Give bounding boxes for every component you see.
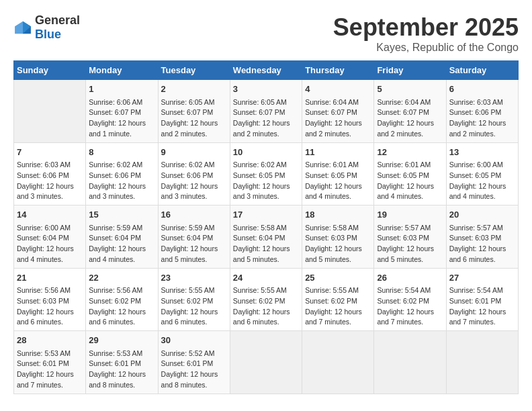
header-day-sunday: Sunday xyxy=(14,61,86,80)
day-info: Sunrise: 6:05 AM Sunset: 6:07 PM Dayligh… xyxy=(233,97,299,140)
day-number: 6 xyxy=(449,83,515,96)
day-cell: 17Sunrise: 5:58 AM Sunset: 6:04 PM Dayli… xyxy=(230,205,302,269)
day-number: 7 xyxy=(17,146,83,159)
day-info: Sunrise: 5:53 AM Sunset: 6:01 PM Dayligh… xyxy=(89,349,154,391)
day-number: 12 xyxy=(377,146,443,159)
day-number: 11 xyxy=(305,146,371,159)
day-cell: 27Sunrise: 5:54 AM Sunset: 6:01 PM Dayli… xyxy=(446,268,518,331)
day-info: Sunrise: 6:03 AM Sunset: 6:06 PM Dayligh… xyxy=(17,160,83,202)
day-cell: 3Sunrise: 6:05 AM Sunset: 6:07 PM Daylig… xyxy=(230,80,302,143)
week-row-2: 7Sunrise: 6:03 AM Sunset: 6:06 PM Daylig… xyxy=(14,142,519,205)
day-cell: 7Sunrise: 6:03 AM Sunset: 6:06 PM Daylig… xyxy=(14,142,86,205)
logo-blue: Blue xyxy=(35,28,61,41)
week-row-3: 14Sunrise: 6:00 AM Sunset: 6:04 PM Dayli… xyxy=(14,205,519,269)
day-cell xyxy=(14,80,86,143)
day-cell: 21Sunrise: 5:56 AM Sunset: 6:03 PM Dayli… xyxy=(14,268,86,331)
day-info: Sunrise: 6:04 AM Sunset: 6:07 PM Dayligh… xyxy=(377,97,443,140)
day-cell: 12Sunrise: 6:01 AM Sunset: 6:05 PM Dayli… xyxy=(374,142,446,205)
day-number: 9 xyxy=(161,146,227,159)
day-cell: 29Sunrise: 5:53 AM Sunset: 6:01 PM Dayli… xyxy=(86,331,158,394)
day-info: Sunrise: 5:53 AM Sunset: 6:01 PM Dayligh… xyxy=(17,349,83,391)
day-cell: 23Sunrise: 5:55 AM Sunset: 6:02 PM Dayli… xyxy=(158,268,230,331)
day-info: Sunrise: 6:02 AM Sunset: 6:06 PM Dayligh… xyxy=(161,160,227,202)
day-cell: 2Sunrise: 6:05 AM Sunset: 6:07 PM Daylig… xyxy=(158,80,230,143)
subtitle: Kayes, Republic of the Congo xyxy=(333,42,519,54)
day-number: 19 xyxy=(377,208,443,222)
day-number: 25 xyxy=(305,271,371,285)
day-number: 29 xyxy=(89,334,154,347)
day-cell: 1Sunrise: 6:06 AM Sunset: 6:07 PM Daylig… xyxy=(86,80,158,143)
day-info: Sunrise: 6:04 AM Sunset: 6:07 PM Dayligh… xyxy=(305,97,371,140)
day-number: 2 xyxy=(161,83,227,96)
day-info: Sunrise: 5:59 AM Sunset: 6:04 PM Dayligh… xyxy=(161,223,227,265)
day-info: Sunrise: 6:02 AM Sunset: 6:05 PM Dayligh… xyxy=(233,160,299,202)
day-cell: 6Sunrise: 6:03 AM Sunset: 6:06 PM Daylig… xyxy=(446,80,518,143)
day-number: 21 xyxy=(17,271,83,285)
day-number: 14 xyxy=(17,208,83,222)
day-number: 23 xyxy=(161,271,227,285)
day-cell: 5Sunrise: 6:04 AM Sunset: 6:07 PM Daylig… xyxy=(374,80,446,143)
day-info: Sunrise: 6:01 AM Sunset: 6:05 PM Dayligh… xyxy=(305,160,371,202)
calendar-header: SundayMondayTuesdayWednesdayThursdayFrid… xyxy=(14,61,519,80)
day-cell: 13Sunrise: 6:00 AM Sunset: 6:05 PM Dayli… xyxy=(446,142,518,205)
day-cell: 25Sunrise: 5:55 AM Sunset: 6:02 PM Dayli… xyxy=(302,268,374,331)
day-number: 22 xyxy=(89,271,154,285)
week-row-1: 1Sunrise: 6:06 AM Sunset: 6:07 PM Daylig… xyxy=(14,80,519,143)
day-info: Sunrise: 6:00 AM Sunset: 6:05 PM Dayligh… xyxy=(449,160,515,202)
header-day-monday: Monday xyxy=(86,61,158,80)
day-number: 26 xyxy=(377,271,443,285)
day-cell xyxy=(374,331,446,394)
day-info: Sunrise: 5:54 AM Sunset: 6:01 PM Dayligh… xyxy=(449,285,515,328)
day-number: 3 xyxy=(233,83,299,96)
svg-marker-1 xyxy=(15,21,23,34)
day-cell: 22Sunrise: 5:56 AM Sunset: 6:02 PM Dayli… xyxy=(86,268,158,331)
day-number: 30 xyxy=(161,334,227,347)
day-info: Sunrise: 6:01 AM Sunset: 6:05 PM Dayligh… xyxy=(377,160,443,202)
header: General Blue September 2025 Kayes, Repub… xyxy=(13,13,519,54)
day-cell: 20Sunrise: 5:57 AM Sunset: 6:03 PM Dayli… xyxy=(446,205,518,269)
day-info: Sunrise: 5:58 AM Sunset: 6:03 PM Dayligh… xyxy=(305,223,371,265)
calendar-body: 1Sunrise: 6:06 AM Sunset: 6:07 PM Daylig… xyxy=(14,80,519,394)
day-cell: 18Sunrise: 5:58 AM Sunset: 6:03 PM Dayli… xyxy=(302,205,374,269)
day-number: 16 xyxy=(161,208,227,222)
day-info: Sunrise: 6:00 AM Sunset: 6:04 PM Dayligh… xyxy=(17,223,83,265)
day-cell: 11Sunrise: 6:01 AM Sunset: 6:05 PM Dayli… xyxy=(302,142,374,205)
day-number: 24 xyxy=(233,271,299,285)
day-number: 8 xyxy=(89,146,154,159)
day-number: 10 xyxy=(233,146,299,159)
day-info: Sunrise: 6:03 AM Sunset: 6:06 PM Dayligh… xyxy=(449,97,515,140)
logo-general: General xyxy=(35,13,80,27)
header-row: SundayMondayTuesdayWednesdayThursdayFrid… xyxy=(14,61,519,80)
day-cell xyxy=(446,331,518,394)
logo-text: General Blue xyxy=(35,13,80,42)
day-number: 13 xyxy=(449,146,515,159)
day-cell: 19Sunrise: 5:57 AM Sunset: 6:03 PM Dayli… xyxy=(374,205,446,269)
logo-icon xyxy=(13,20,32,35)
header-day-wednesday: Wednesday xyxy=(230,61,302,80)
day-number: 27 xyxy=(449,271,515,285)
day-info: Sunrise: 5:55 AM Sunset: 6:02 PM Dayligh… xyxy=(305,285,371,328)
day-info: Sunrise: 6:02 AM Sunset: 6:06 PM Dayligh… xyxy=(89,160,154,202)
day-info: Sunrise: 5:58 AM Sunset: 6:04 PM Dayligh… xyxy=(233,223,299,265)
day-cell: 28Sunrise: 5:53 AM Sunset: 6:01 PM Dayli… xyxy=(14,331,86,394)
day-cell: 8Sunrise: 6:02 AM Sunset: 6:06 PM Daylig… xyxy=(86,142,158,205)
day-info: Sunrise: 6:06 AM Sunset: 6:07 PM Dayligh… xyxy=(89,97,154,140)
day-cell xyxy=(302,331,374,394)
day-cell: 14Sunrise: 6:00 AM Sunset: 6:04 PM Dayli… xyxy=(14,205,86,269)
day-cell: 30Sunrise: 5:52 AM Sunset: 6:01 PM Dayli… xyxy=(158,331,230,394)
day-cell: 16Sunrise: 5:59 AM Sunset: 6:04 PM Dayli… xyxy=(158,205,230,269)
header-day-friday: Friday xyxy=(374,61,446,80)
logo: General Blue xyxy=(13,13,80,42)
day-info: Sunrise: 5:59 AM Sunset: 6:04 PM Dayligh… xyxy=(89,223,154,265)
day-number: 15 xyxy=(89,208,154,222)
day-info: Sunrise: 5:55 AM Sunset: 6:02 PM Dayligh… xyxy=(161,285,227,328)
day-info: Sunrise: 5:56 AM Sunset: 6:02 PM Dayligh… xyxy=(89,285,154,328)
day-info: Sunrise: 5:57 AM Sunset: 6:03 PM Dayligh… xyxy=(449,223,515,265)
day-cell: 15Sunrise: 5:59 AM Sunset: 6:04 PM Dayli… xyxy=(86,205,158,269)
day-info: Sunrise: 5:54 AM Sunset: 6:02 PM Dayligh… xyxy=(377,285,443,328)
title-area: September 2025 Kayes, Republic of the Co… xyxy=(333,13,519,54)
header-day-thursday: Thursday xyxy=(302,61,374,80)
day-cell: 24Sunrise: 5:55 AM Sunset: 6:02 PM Dayli… xyxy=(230,268,302,331)
day-number: 18 xyxy=(305,208,371,222)
day-number: 20 xyxy=(449,208,515,222)
